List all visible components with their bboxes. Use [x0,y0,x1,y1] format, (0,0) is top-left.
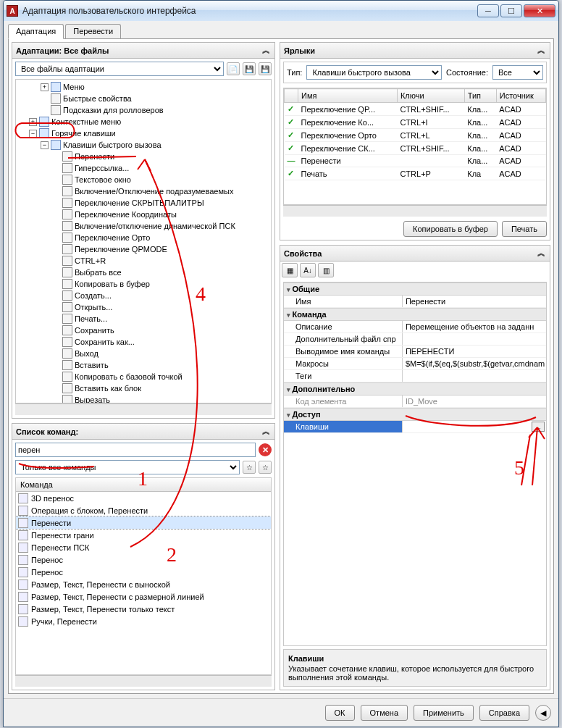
shortcut-row[interactable]: ✓Переключение СК...CTRL+SHIF...Кла...ACA… [285,142,546,155]
expander-icon[interactable]: + [29,118,37,126]
propcat-command[interactable]: Команда [284,308,546,321]
propcat-access[interactable]: Доступ [284,408,546,421]
tree-node[interactable]: −Горячие клавиши [17,127,269,139]
shortcut-row[interactable]: —ПеренестиКла...ACAD [285,155,546,167]
tree-node[interactable]: Перенести [17,151,269,162]
command-row[interactable]: Операция с блоком, Перенести [16,504,271,516]
fav-icon[interactable]: ☆ [243,461,256,474]
tree-node[interactable]: Переключение Орто [17,232,269,243]
ok-button[interactable]: ОК [325,705,355,721]
command-row[interactable]: Перенести грани [16,529,271,541]
tree-node[interactable]: +Меню [17,81,269,93]
tree-node[interactable]: Включение/отключение динамической ПСК [17,220,269,232]
copy-to-buffer-button[interactable]: Копировать в буфер [403,221,498,237]
property-grid[interactable]: Общие ИмяПеренести Команда ОписаниеПерем… [283,282,547,646]
command-filter-select[interactable]: Только все команды [15,460,240,474]
shortcut-row[interactable]: ✓Переключение ОртоCTRL+LКла...ACAD [285,129,546,142]
collapse-icon[interactable]: ︽ [536,45,546,56]
new-file-icon[interactable]: 📄 [227,62,240,75]
shortcut-type-select[interactable]: Клавиши быстрого вызова [306,65,442,80]
command-row[interactable]: Размер, Текст, Перенести только текст [16,603,271,615]
expander-icon[interactable]: + [41,83,49,91]
shortcuts-hscrollbar[interactable] [283,205,547,217]
col-keys[interactable]: Ключи [397,89,464,103]
command-row[interactable]: 3D перенос [16,492,271,504]
cmdlist-hscrollbar[interactable] [15,675,272,687]
collapse-icon[interactable]: ︽ [536,248,546,259]
cancel-button[interactable]: Отмена [361,705,408,721]
command-row[interactable]: Перенести [16,516,271,529]
col-type[interactable]: Тип [464,89,496,103]
prop-alphabetical-icon[interactable]: A↓ [300,263,316,277]
expander-icon[interactable]: − [41,141,49,149]
collapse-icon[interactable]: ︽ [261,45,271,56]
adaptation-files-select[interactable]: Все файлы адаптации [15,62,224,76]
tree-node[interactable]: Сохранить как... [17,336,269,348]
tree-node[interactable]: Сохранить [17,325,269,336]
apply-button[interactable]: Применить [414,705,474,721]
command-row[interactable]: Перенос [16,553,271,566]
tree-node[interactable]: Текстовое окно [17,174,269,185]
keys-ellipsis-button[interactable]: ... [532,422,545,432]
tree-node[interactable]: Переключение СКРЫТЬПАЛИТРЫ [17,197,269,209]
command-row[interactable]: Ручки, Перенести [16,615,271,627]
saveall-icon[interactable]: 💾 [259,62,272,75]
tree-node[interactable]: Вставить [17,359,269,371]
tree-node[interactable]: CTRL+R [17,255,269,267]
tree-node[interactable]: +Контекстные меню [17,116,269,127]
tree-node[interactable]: Быстрые свойства [17,93,269,104]
tree-node[interactable]: Гиперссылка... [17,162,269,174]
propcat-additional[interactable]: Дополнительно [284,382,546,396]
minimize-button[interactable]: ─ [477,4,499,17]
propcat-general[interactable]: Общие [284,283,546,296]
tree-node[interactable]: Выбрать все [17,267,269,278]
node-label: Включение/Отключение подразумеваемых [75,187,233,196]
adaptation-tree[interactable]: +МенюБыстрые свойстваПодсказки для ролло… [15,79,272,403]
prop-keys[interactable]: Клавиши [284,421,402,432]
shortcut-row[interactable]: ✓ПечатьCTRL+PКлаACAD [285,167,546,180]
tree-node[interactable]: Вырезать [17,394,269,403]
shortcut-state-select[interactable]: Все [492,65,543,80]
command-row[interactable]: Перенос [16,566,271,578]
tree-node[interactable]: Включение/Отключение подразумеваемых [17,185,269,197]
save-icon[interactable]: 💾 [243,62,256,75]
prop-categorized-icon[interactable]: ▦ [282,263,298,277]
tree-node[interactable]: −Клавиши быстрого вызова [17,139,269,151]
clear-search-icon[interactable]: ✕ [259,443,272,456]
col-name[interactable]: Имя [298,89,398,103]
close-button[interactable]: ✕ [524,4,555,17]
command-icon [18,580,28,590]
shortcuts-grid[interactable]: Имя Ключи Тип Источник ✓Переключение QP.… [283,88,547,205]
command-list-header[interactable]: Команда [16,478,271,492]
command-list[interactable]: Команда 3D переносОперация с блоком, Пер… [15,477,272,675]
tree-node[interactable]: Создать... [17,290,269,301]
command-row[interactable]: Размер, Текст, Перенести с размерной лин… [16,590,271,603]
tree-node[interactable]: Подсказки для ролловеров [17,104,269,116]
col-source[interactable]: Источник [496,89,545,103]
command-row[interactable]: Размер, Текст, Перенести с выноской [16,578,271,590]
command-row[interactable]: Перенести ПСК [16,541,271,553]
help-button[interactable]: Справка [479,705,529,721]
tree-node[interactable]: Переключение Координаты [17,209,269,220]
tab-translate[interactable]: Перевести [65,24,121,39]
tree-node[interactable]: Вставить как блок [17,382,269,394]
tree-node[interactable]: Копировать в буфер [17,278,269,290]
expander-icon[interactable]: − [29,130,37,138]
tree-node[interactable]: Выход [17,348,269,359]
tree-node[interactable]: Печать... [17,313,269,325]
expand-toggle-icon[interactable]: ◀ [535,705,551,721]
shortcut-row[interactable]: ✓Переключение Ко...CTRL+IКла...ACAD [285,116,546,129]
command-search-input[interactable] [15,443,256,457]
tree-node[interactable]: Открыть... [17,301,269,313]
tree-node[interactable]: Переключение QPMODE [17,243,269,255]
shortcut-row[interactable]: ✓Переключение QP...CTRL+SHIF...Кла...ACA… [285,103,546,116]
fav2-icon[interactable]: ☆ [259,461,272,474]
prop-pages-icon[interactable]: ▥ [318,263,334,277]
collapse-icon[interactable]: ︽ [261,426,271,437]
print-button[interactable]: Печать [502,221,547,237]
maximize-button[interactable]: ☐ [500,4,522,17]
tree-hscrollbar[interactable] [15,403,272,415]
titlebar[interactable]: A Адаптация пользовательского интерфейса… [4,1,558,21]
tree-node[interactable]: Копировать с базовой точкой [17,371,269,382]
tab-adaptation[interactable]: Адаптация [8,24,64,39]
